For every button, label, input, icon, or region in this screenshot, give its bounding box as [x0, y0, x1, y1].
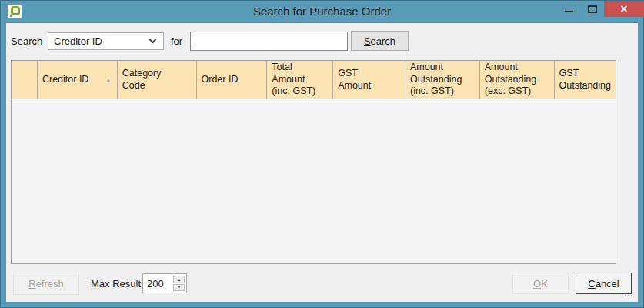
- stepper-buttons: ▲ ▼: [173, 276, 185, 291]
- minimize-icon: [565, 11, 573, 12]
- column-header-amount-outstanding-exc[interactable]: Amount Outstanding (exc. GST): [480, 61, 555, 99]
- maximize-button[interactable]: [581, 1, 603, 17]
- close-button[interactable]: ×: [604, 1, 644, 17]
- search-input[interactable]: [190, 32, 348, 51]
- results-grid: Creditor ID ▲ Category Code Order ID Tot…: [11, 60, 616, 264]
- cancel-button[interactable]: Cancel: [576, 273, 632, 294]
- grid-header-row: Creditor ID ▲ Category Code Order ID Tot…: [12, 61, 616, 99]
- column-header-order-id[interactable]: Order ID: [197, 61, 268, 99]
- max-results-label: Max Results:: [91, 278, 148, 290]
- arrow-down-icon: ▼: [177, 285, 182, 290]
- search-button-label: earch: [371, 35, 396, 47]
- for-label: for: [171, 35, 182, 47]
- dropdown-selected-value: Creditor ID: [48, 35, 150, 47]
- grid-body-empty[interactable]: [12, 99, 616, 264]
- dialog-body: Search Creditor ID for Search Creditor I…: [6, 23, 638, 302]
- chevron-down-icon: [149, 36, 157, 44]
- refresh-button[interactable]: Refresh: [13, 273, 79, 295]
- search-field-dropdown[interactable]: Creditor ID: [48, 32, 164, 50]
- column-header-category-code[interactable]: Category Code: [118, 61, 197, 99]
- close-icon: ×: [620, 2, 627, 16]
- sort-ascending-icon: ▲: [105, 76, 112, 83]
- title-bar[interactable]: Search for Purchase Order ×: [0, 0, 644, 23]
- column-header-gst-amount[interactable]: GST Amount: [333, 61, 405, 99]
- minimize-button[interactable]: [558, 1, 580, 17]
- window-title: Search for Purchase Order: [0, 5, 644, 18]
- text-cursor: [195, 35, 195, 47]
- max-results-value: 200: [147, 278, 164, 290]
- stepper-down-button[interactable]: ▼: [173, 284, 185, 292]
- arrow-up-icon: ▲: [177, 277, 182, 282]
- ok-button[interactable]: OK: [512, 273, 569, 294]
- maximize-icon: [588, 5, 597, 13]
- column-header-gst-outstanding[interactable]: GST Outstanding: [555, 61, 616, 99]
- search-button-mnemonic: S: [364, 35, 371, 47]
- search-button[interactable]: Search: [351, 31, 409, 51]
- resize-grip[interactable]: [628, 292, 629, 293]
- column-header-total-amount[interactable]: Total Amount (inc. GST): [267, 61, 333, 99]
- column-header-row-selector[interactable]: [12, 61, 38, 99]
- max-results-stepper[interactable]: 200 ▲ ▼: [142, 273, 187, 293]
- stepper-up-button[interactable]: ▲: [173, 276, 185, 283]
- column-header-amount-outstanding-inc[interactable]: Amount Outstanding (inc. GST): [405, 61, 480, 99]
- column-header-creditor-id[interactable]: Creditor ID ▲: [38, 61, 118, 99]
- search-label: Search: [11, 35, 42, 47]
- search-purchase-order-dialog: Search for Purchase Order × Search Credi…: [0, 0, 644, 308]
